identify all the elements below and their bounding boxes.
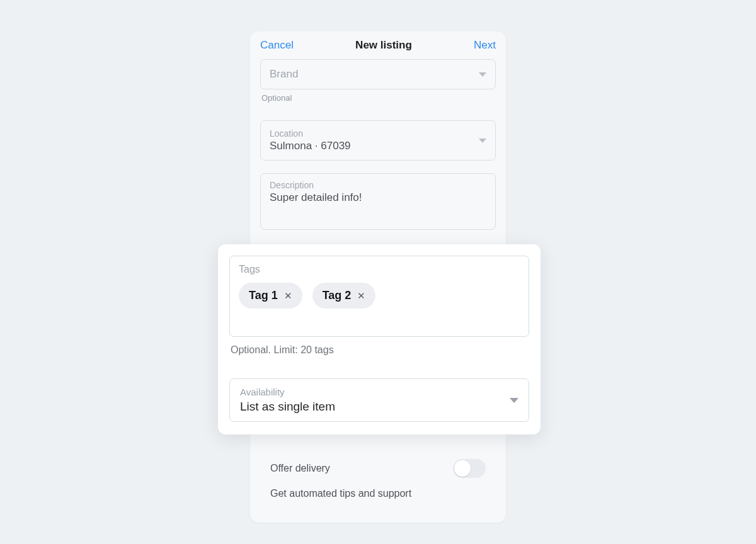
availability-label: Availability bbox=[240, 387, 335, 397]
remove-tag-icon[interactable]: ✕ bbox=[284, 291, 292, 300]
brand-placeholder: Brand bbox=[270, 68, 298, 81]
offer-delivery-toggle[interactable] bbox=[453, 459, 486, 478]
description-value: Super detailed info! bbox=[270, 191, 486, 204]
availability-select[interactable]: Availability List as single item bbox=[229, 378, 529, 422]
brand-helper-text: Optional bbox=[261, 93, 496, 103]
tag-chip-label: Tag 2 bbox=[323, 289, 352, 302]
offer-delivery-label: Offer delivery bbox=[270, 463, 330, 474]
cancel-button[interactable]: Cancel bbox=[260, 39, 294, 52]
tag-chip[interactable]: Tag 1 ✕ bbox=[239, 283, 302, 309]
location-label: Location bbox=[270, 128, 351, 139]
chevron-down-icon bbox=[479, 139, 486, 143]
toggle-knob bbox=[454, 460, 471, 477]
availability-value: List as single item bbox=[240, 400, 335, 414]
tag-chip[interactable]: Tag 2 ✕ bbox=[312, 283, 376, 309]
offer-delivery-row: Offer delivery bbox=[260, 451, 496, 485]
next-button[interactable]: Next bbox=[474, 39, 496, 52]
chevron-down-icon bbox=[479, 72, 486, 77]
page-title: New listing bbox=[355, 39, 412, 52]
chevron-down-icon bbox=[510, 398, 518, 403]
tags-field[interactable]: Tags Tag 1 ✕ Tag 2 ✕ bbox=[229, 256, 529, 337]
tags-chip-list: Tag 1 ✕ Tag 2 ✕ bbox=[239, 283, 520, 309]
tag-chip-label: Tag 1 bbox=[249, 289, 278, 302]
tags-label: Tags bbox=[239, 264, 520, 275]
auto-tips-row: Get automated tips and support bbox=[260, 485, 496, 507]
location-value: Sulmona · 67039 bbox=[270, 140, 351, 152]
header-bar: Cancel New listing Next bbox=[250, 31, 506, 59]
brand-select[interactable]: Brand bbox=[260, 59, 496, 89]
description-field[interactable]: Description Super detailed info! bbox=[260, 173, 496, 230]
location-select[interactable]: Location Sulmona · 67039 bbox=[260, 120, 496, 161]
tags-helper-text: Optional. Limit: 20 tags bbox=[231, 344, 529, 356]
description-label: Description bbox=[270, 180, 486, 190]
remove-tag-icon[interactable]: ✕ bbox=[357, 291, 365, 300]
auto-tips-label: Get automated tips and support bbox=[270, 488, 411, 499]
tags-availability-overlay: Tags Tag 1 ✕ Tag 2 ✕ Optional. Limit: 20… bbox=[218, 244, 541, 434]
